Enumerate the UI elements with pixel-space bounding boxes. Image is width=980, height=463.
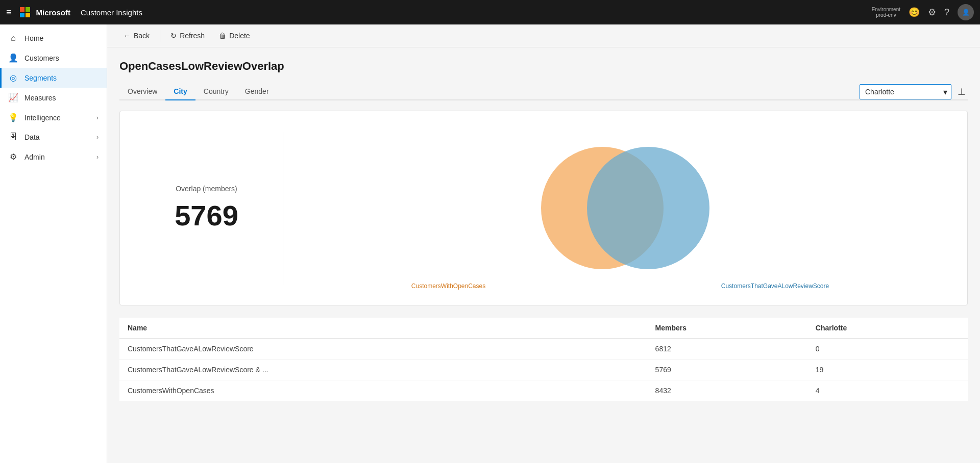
- svg-point-1: [587, 147, 709, 269]
- tabs-bar: Overview City Country Gender: [119, 83, 277, 99]
- settings-icon[interactable]: ⚙: [928, 7, 936, 18]
- logo-green: [26, 7, 30, 12]
- circle2-label: CustomersThatGaveALowReviewScore: [721, 282, 829, 290]
- table-row: CustomersThatGaveALowReviewScore 6812 0: [119, 339, 968, 359]
- app-title: Customer Insights: [81, 8, 142, 17]
- nav-right: Environment prod-env 😊 ⚙ ? 👤: [872, 4, 974, 20]
- env-label: Environment: [872, 7, 900, 12]
- row1-charlotte: 0: [807, 339, 968, 359]
- row2-charlotte: 19: [807, 359, 968, 380]
- data-chevron-icon: ›: [96, 134, 99, 141]
- ms-logo: [20, 7, 30, 17]
- page-content: OpenCasesLowReviewOverlap Overview City …: [107, 47, 980, 463]
- refresh-icon: ↻: [170, 32, 177, 40]
- table-row: CustomersThatGaveALowReviewScore & ... 5…: [119, 359, 968, 380]
- row1-members: 6812: [647, 339, 807, 359]
- row2-name: CustomersThatGaveALowReviewScore & ...: [119, 359, 647, 380]
- row3-members: 8432: [647, 380, 807, 401]
- page-title: OpenCasesLowReviewOverlap: [119, 60, 968, 73]
- sidebar-item-home[interactable]: ⌂ Home: [0, 29, 107, 48]
- refresh-button[interactable]: ↻ Refresh: [164, 29, 211, 43]
- row2-members: 5769: [647, 359, 807, 380]
- header-row: Name Members Charlotte: [119, 318, 968, 339]
- delete-icon: 🗑: [219, 32, 226, 40]
- back-label: Back: [134, 32, 150, 40]
- content-area: ← Back ↻ Refresh 🗑 Delete OpenCasesLowRe…: [107, 24, 980, 463]
- logo-yellow: [26, 13, 30, 17]
- logo-red: [20, 7, 24, 12]
- logo-blue: [20, 13, 24, 17]
- sidebar: ⌂ Home 👤 Customers ◎ Segments 📈 Measures…: [0, 24, 107, 463]
- venn-diagram-area: CustomersWithOpenCases CustomersThatGave…: [283, 121, 957, 295]
- col-members: Members: [647, 318, 807, 339]
- toolbar: ← Back ↻ Refresh 🗑 Delete: [107, 24, 980, 47]
- sidebar-item-measures[interactable]: 📈 Measures: [0, 88, 107, 108]
- row3-name: CustomersWithOpenCases: [119, 380, 647, 401]
- environment-info: Environment prod-env: [872, 7, 900, 18]
- brand-name: Microsoft: [36, 8, 71, 17]
- sidebar-item-customers[interactable]: 👤 Customers: [0, 48, 107, 68]
- row3-charlotte: 4: [807, 380, 968, 401]
- segments-icon: ◎: [8, 73, 18, 83]
- sidebar-label-home: Home: [24, 34, 99, 42]
- table-body: CustomersThatGaveALowReviewScore 6812 0 …: [119, 339, 968, 401]
- refresh-label: Refresh: [180, 32, 205, 40]
- filter-row: Charlotte New York Los Angeles Chicago ⊥: [860, 84, 968, 99]
- admin-chevron-icon: ›: [96, 153, 99, 161]
- overlap-label: Overlap (members): [176, 185, 237, 193]
- sidebar-label-customers: Customers: [24, 54, 99, 62]
- col-name: Name: [119, 318, 647, 339]
- tab-overview[interactable]: Overview: [119, 83, 165, 100]
- tab-country[interactable]: Country: [195, 83, 237, 100]
- filter-select-wrap: Charlotte New York Los Angeles Chicago: [860, 84, 951, 99]
- sidebar-label-segments: Segments: [24, 74, 99, 82]
- col-charlotte: Charlotte: [807, 318, 968, 339]
- sidebar-label-admin: Admin: [24, 153, 90, 161]
- table-row: CustomersWithOpenCases 8432 4: [119, 380, 968, 401]
- admin-icon: ⚙: [8, 152, 18, 162]
- intelligence-icon: 💡: [8, 113, 18, 122]
- account-icon[interactable]: 😊: [909, 7, 920, 18]
- back-arrow-icon: ←: [124, 32, 131, 40]
- filter-icon-button[interactable]: ⊥: [955, 84, 968, 99]
- measures-icon: 📈: [8, 93, 18, 102]
- overlap-value: 5769: [175, 199, 238, 232]
- hamburger-menu[interactable]: ≡: [6, 7, 12, 18]
- home-icon: ⌂: [8, 34, 18, 43]
- top-nav: ≡ Microsoft Customer Insights Environmen…: [0, 0, 980, 24]
- data-table: Name Members Charlotte CustomersThatGave…: [119, 318, 968, 401]
- active-bar: [0, 68, 2, 88]
- help-icon[interactable]: ?: [944, 7, 949, 18]
- sidebar-item-data[interactable]: 🗄 Data ›: [0, 127, 107, 147]
- back-button[interactable]: ← Back: [117, 29, 156, 43]
- user-avatar[interactable]: 👤: [958, 4, 974, 20]
- tab-city[interactable]: City: [165, 83, 195, 100]
- filter-funnel-icon: ⊥: [958, 87, 966, 97]
- env-value: prod-env: [876, 12, 896, 18]
- data-icon: 🗄: [8, 133, 18, 142]
- venn-card: Overlap (members) 5769 CustomersWithOpen…: [119, 111, 968, 305]
- sidebar-item-intelligence[interactable]: 💡 Intelligence ›: [0, 108, 107, 127]
- table-header: Name Members Charlotte: [119, 318, 968, 339]
- sidebar-item-admin[interactable]: ⚙ Admin ›: [0, 147, 107, 167]
- sidebar-label-measures: Measures: [24, 94, 99, 102]
- city-filter-select[interactable]: Charlotte New York Los Angeles Chicago: [860, 84, 951, 99]
- intelligence-chevron-icon: ›: [96, 114, 99, 121]
- toolbar-divider: [160, 30, 160, 42]
- delete-label: Delete: [229, 32, 250, 40]
- row1-name: CustomersThatGaveALowReviewScore: [119, 339, 647, 359]
- venn-stat-panel: Overlap (members) 5769: [130, 132, 283, 285]
- customers-icon: 👤: [8, 53, 18, 63]
- sidebar-label-intelligence: Intelligence: [24, 114, 90, 122]
- sidebar-label-data: Data: [24, 133, 90, 141]
- venn-svg: CustomersWithOpenCases CustomersThatGave…: [513, 132, 727, 285]
- main-layout: ⌂ Home 👤 Customers ◎ Segments 📈 Measures…: [0, 24, 980, 463]
- delete-button[interactable]: 🗑 Delete: [213, 29, 256, 43]
- circle1-label: CustomersWithOpenCases: [411, 282, 485, 290]
- sidebar-item-segments[interactable]: ◎ Segments: [0, 68, 107, 88]
- tab-gender[interactable]: Gender: [237, 83, 277, 100]
